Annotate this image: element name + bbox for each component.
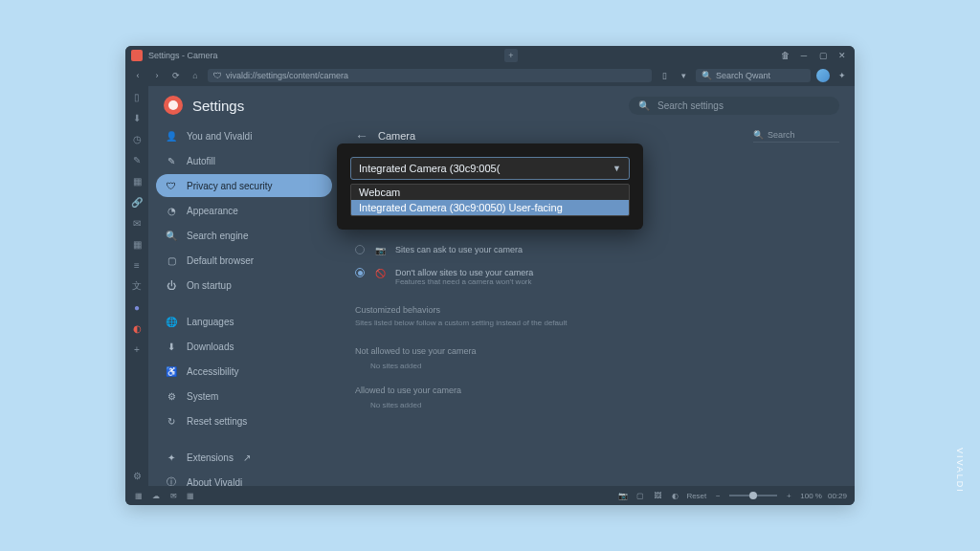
sidebar-item-about-vivaldi[interactable]: ⓘAbout Vivaldi [156, 471, 332, 486]
sidebar-item-on-startup[interactable]: ⏻On startup [156, 274, 332, 297]
sidebar-item-label: Extensions [187, 452, 234, 463]
zoom-out-icon[interactable]: − [712, 490, 724, 501]
vivaldi-panel-icon[interactable]: ◐ [130, 321, 144, 335]
bookmark-button[interactable]: ▯ [657, 69, 671, 82]
info-icon: ⓘ [166, 476, 177, 486]
chevron-down-icon[interactable]: ▾ [677, 69, 690, 82]
sidebar-item-search-engine[interactable]: 🔍Search engine [156, 224, 332, 247]
notes-panel-icon[interactable]: ✎ [130, 153, 144, 166]
sidebar-item-appearance[interactable]: ◔Appearance [156, 199, 332, 222]
back-button[interactable]: ‹ [131, 69, 145, 82]
sidebar-item-languages[interactable]: 🌐Languages [156, 310, 332, 333]
back-arrow-icon[interactable]: ← [355, 128, 368, 143]
translate-panel-icon[interactable]: 文 [130, 279, 144, 293]
sidebar-item-label: Reset settings [187, 416, 247, 427]
sidebar-item-label: Appearance [187, 206, 238, 216]
browser-window: Settings - Camera + 🗑 ─ ▢ ✕ ‹ › ⟳ ⌂ 🛡 vi… [125, 46, 855, 505]
settings-search-input[interactable]: Search settings [657, 100, 724, 111]
browser-icon: ▢ [166, 254, 177, 266]
radio-label: Don't allow sites to use your camera [395, 268, 839, 277]
section-search-input[interactable]: 🔍 Search [753, 130, 839, 143]
dropdown-list: Webcam Integrated Camera (30c9:0050) Use… [350, 184, 630, 216]
calendar-status-icon[interactable]: ▦ [185, 490, 196, 501]
url-field[interactable]: 🛡 vivaldi://settings/content/camera [208, 69, 652, 82]
search-icon: 🔍 [702, 71, 712, 80]
search-placeholder: Search Qwant [716, 71, 770, 80]
close-button[interactable]: ✕ [835, 49, 849, 62]
mail-panel-icon[interactable]: ✉ [130, 216, 144, 230]
panel-strip: ▯ ⬇ ◷ ✎ ▦ 🔗 ✉ ▦ ≡ 文 ● ◐ + ⚙ [125, 86, 148, 486]
chat-panel-icon[interactable]: ● [130, 300, 144, 314]
home-button[interactable]: ⌂ [189, 69, 202, 82]
bookmarks-panel-icon[interactable]: ▯ [130, 90, 144, 103]
radio-label: Sites can ask to use your camera [395, 245, 839, 254]
extensions-icon[interactable]: ✦ [835, 69, 849, 82]
sync-icon[interactable]: ☁ [150, 490, 162, 501]
radio-sites-can-ask[interactable]: 📷 Sites can ask to use your camera [355, 239, 839, 262]
trash-button[interactable]: 🗑 [778, 49, 791, 62]
forward-button[interactable]: › [150, 69, 164, 82]
download-icon: ⬇ [166, 341, 177, 352]
sidebar-item-label: About Vivaldi [187, 477, 242, 487]
minimize-button[interactable]: ─ [797, 49, 811, 62]
settings-sidebar: 👤You and Vivaldi ✎Autofill 🛡Privacy and … [148, 124, 340, 486]
radio-dont-allow[interactable]: 🚫 Don't allow sites to use your camera F… [355, 262, 839, 292]
page-actions-icon[interactable]: ◐ [669, 490, 680, 501]
zoom-slider[interactable] [729, 495, 777, 496]
allowed-label: Allowed to use your camera [355, 386, 839, 395]
dropdown-option-integrated[interactable]: Integrated Camera (30c9:0050) User-facin… [351, 200, 629, 215]
sidebar-item-downloads[interactable]: ⬇Downloads [156, 335, 332, 358]
calendar-panel-icon[interactable]: ▦ [130, 237, 144, 251]
downloads-panel-icon[interactable]: ⬇ [130, 111, 144, 124]
sidebar-item-label: Accessibility [187, 366, 238, 377]
mail-status-icon[interactable]: ✉ [167, 490, 179, 501]
sidebar-item-extensions[interactable]: ✦Extensions↗ [156, 446, 332, 469]
shield-icon: 🛡 [213, 71, 222, 80]
maximize-button[interactable]: ▢ [816, 49, 830, 62]
sidebar-item-reset-settings[interactable]: ↻Reset settings [156, 409, 332, 432]
zoom-in-icon[interactable]: + [783, 490, 794, 501]
omnibox-search[interactable]: 🔍 Search Qwant [696, 69, 811, 82]
history-panel-icon[interactable]: ◷ [130, 132, 144, 145]
new-tab-button[interactable]: + [504, 49, 518, 62]
sidebar-item-label: Downloads [187, 342, 234, 352]
link-panel-icon[interactable]: 🔗 [130, 195, 144, 209]
sidebar-item-privacy-security[interactable]: 🛡Privacy and security [156, 174, 332, 197]
settings-panel-icon[interactable]: ⚙ [130, 469, 144, 482]
puzzle-icon: ✦ [166, 452, 177, 463]
panel-toggle-icon[interactable]: ▦ [133, 490, 145, 501]
sidebar-item-you-and-vivaldi[interactable]: 👤You and Vivaldi [156, 124, 332, 147]
profile-avatar[interactable] [816, 69, 830, 82]
section-title: Camera [378, 130, 744, 142]
images-icon[interactable]: 🖼 [652, 490, 663, 501]
camera-icon: 📷 [374, 245, 386, 256]
no-sites-text: No sites added [355, 356, 839, 376]
radio-button[interactable] [355, 268, 365, 277]
camera-select[interactable]: Integrated Camera (30c9:005( ▼ [350, 157, 630, 180]
sidebar-item-label: Languages [187, 317, 234, 327]
tiling-icon[interactable]: ▢ [635, 490, 646, 501]
sidebar-item-system[interactable]: ⚙System [156, 385, 332, 408]
sidebar-item-label: Privacy and security [187, 181, 272, 191]
add-panel-icon[interactable]: + [130, 342, 144, 356]
sidebar-item-accessibility[interactable]: ♿Accessibility [156, 360, 332, 383]
reload-button[interactable]: ⟳ [169, 69, 183, 82]
accessibility-icon: ♿ [166, 365, 177, 377]
app-icon [131, 50, 143, 61]
external-link-icon: ↗ [243, 452, 253, 462]
window-panel-icon[interactable]: ▦ [130, 174, 144, 187]
sidebar-item-label: System [187, 391, 218, 402]
dropdown-option-webcam[interactable]: Webcam [351, 185, 629, 200]
sidebar-item-label: Autofill [187, 156, 215, 166]
feed-panel-icon[interactable]: ≡ [130, 258, 144, 272]
addressbar: ‹ › ⟳ ⌂ 🛡 vivaldi://settings/content/cam… [125, 65, 855, 86]
capture-icon[interactable]: 📷 [617, 490, 629, 501]
zoom-reset[interactable]: Reset [686, 492, 706, 500]
vivaldi-logo-icon [164, 96, 183, 115]
zoom-value: 100 % [800, 492, 822, 500]
sidebar-item-autofill[interactable]: ✎Autofill [156, 149, 332, 172]
radio-button[interactable] [355, 245, 365, 254]
sidebar-item-default-browser[interactable]: ▢Default browser [156, 249, 332, 272]
search-icon: 🔍 [753, 130, 764, 140]
system-icon: ⚙ [166, 390, 177, 402]
